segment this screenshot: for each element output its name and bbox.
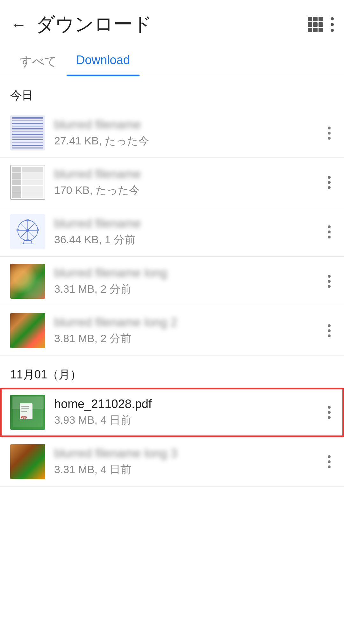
svg-line-9 — [21, 231, 28, 238]
file-name: home_211028.pdf — [54, 397, 321, 411]
file-meta: 170 KB, たった今 — [54, 183, 321, 198]
file-name: blurred filename — [54, 217, 321, 231]
file-more-button[interactable] — [325, 173, 334, 192]
section-today: 今日 — [0, 76, 344, 108]
file-thumbnail — [10, 313, 45, 348]
file-thumbnail — [10, 214, 45, 249]
svg-rect-10 — [26, 219, 29, 221]
svg-rect-13 — [37, 229, 39, 231]
file-more-button[interactable] — [325, 272, 334, 291]
file-meta: 3.31 MB, 2 分前 — [54, 282, 321, 296]
svg-rect-11 — [26, 239, 29, 241]
file-thumbnail — [10, 264, 45, 299]
svg-rect-12 — [17, 229, 19, 231]
file-more-button[interactable] — [325, 222, 334, 242]
list-item-highlighted[interactable]: PDF home_211028.pdf 3.93 MB, 4 日前 — [0, 388, 344, 437]
file-thumbnail — [10, 444, 45, 479]
file-meta: 36.44 KB, 1 分前 — [54, 232, 321, 247]
back-button[interactable]: ← — [10, 16, 27, 33]
file-meta: 27.41 KB, たった今 — [54, 134, 321, 148]
svg-line-16 — [24, 240, 25, 244]
file-thumbnail — [10, 165, 45, 200]
svg-rect-22 — [21, 411, 27, 412]
file-name: blurred filename — [54, 167, 321, 181]
file-meta: 3.31 MB, 4 日前 — [54, 462, 321, 477]
svg-line-8 — [28, 223, 35, 231]
file-meta: 3.81 MB, 2 分前 — [54, 331, 321, 346]
svg-rect-20 — [21, 406, 29, 407]
file-info: blurred filename 36.44 KB, 1 分前 — [54, 217, 321, 247]
grid-view-icon[interactable] — [308, 17, 323, 32]
file-meta: 3.93 MB, 4 日前 — [54, 413, 321, 428]
file-thumbnail — [10, 115, 45, 150]
file-more-button[interactable] — [325, 321, 334, 340]
file-info: blurred filename long 3.31 MB, 2 分前 — [54, 266, 321, 296]
tab-all[interactable]: すべて — [10, 47, 67, 76]
header-actions — [308, 17, 334, 32]
svg-rect-21 — [21, 408, 29, 409]
page-title: ダウンロード — [36, 11, 308, 37]
list-item[interactable]: blurred filename 36.44 KB, 1 分前 — [0, 207, 344, 257]
file-name: blurred filename — [54, 118, 321, 132]
file-info: blurred filename 27.41 KB, たった今 — [54, 118, 321, 148]
list-item[interactable]: blurred filename 170 KB, たった今 — [0, 158, 344, 207]
tab-download[interactable]: Download — [67, 47, 140, 76]
section-nov01: 11月01（月） — [0, 355, 344, 388]
svg-line-6 — [21, 223, 28, 231]
file-info: blurred filename long 2 3.81 MB, 2 分前 — [54, 316, 321, 346]
list-item[interactable]: blurred filename long 3.31 MB, 2 分前 — [0, 257, 344, 306]
file-name: blurred filename long 2 — [54, 316, 321, 329]
file-name: blurred filename long — [54, 266, 321, 280]
file-more-button[interactable] — [325, 123, 334, 143]
more-options-icon[interactable] — [331, 17, 334, 32]
file-more-button[interactable] — [325, 452, 334, 472]
file-name: blurred filename long 3 — [54, 447, 321, 460]
header: ← ダウンロード — [0, 0, 344, 44]
file-thumbnail: PDF — [10, 395, 45, 430]
list-item[interactable]: blurred filename long 3 3.31 MB, 4 日前 — [0, 437, 344, 487]
svg-text:PDF: PDF — [21, 416, 27, 419]
tab-bar: すべて Download — [0, 47, 344, 76]
file-info: blurred filename long 3 3.31 MB, 4 日前 — [54, 447, 321, 477]
svg-line-7 — [28, 231, 35, 238]
file-info: blurred filename 170 KB, たった今 — [54, 167, 321, 198]
list-item[interactable]: blurred filename 27.41 KB, たった今 — [0, 108, 344, 158]
svg-line-17 — [31, 240, 32, 244]
file-info: home_211028.pdf 3.93 MB, 4 日前 — [54, 397, 321, 428]
file-more-button[interactable] — [325, 403, 334, 422]
list-item[interactable]: blurred filename long 2 3.81 MB, 2 分前 — [0, 306, 344, 355]
